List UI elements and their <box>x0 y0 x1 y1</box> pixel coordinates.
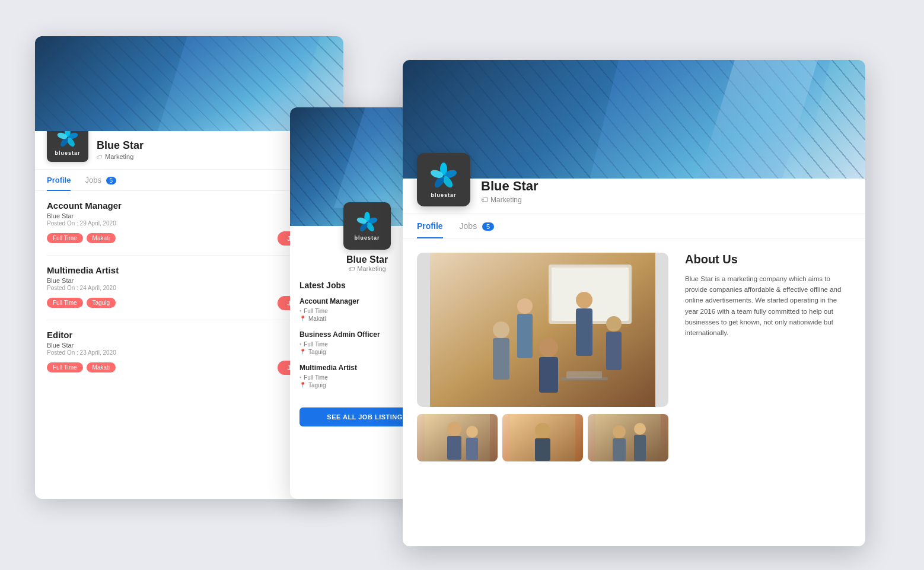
jobs-count-badge-front: 5 <box>482 222 494 231</box>
svg-rect-25 <box>539 357 558 393</box>
team-photo-svg <box>417 253 668 407</box>
svg-rect-44 <box>634 435 646 461</box>
mid-logo-box: bluestar <box>343 202 391 250</box>
job-company-3: Blue Star <box>47 342 332 349</box>
front-profile-body: About Us Blue Star is a marketing compan… <box>403 238 865 476</box>
tab-profile-back[interactable]: Profile <box>47 170 71 190</box>
tag-fulltime-2: Full Time <box>47 298 83 308</box>
pin-icon-2: 📍 <box>299 349 306 355</box>
pin-icon-3: 📍 <box>299 382 306 388</box>
profile-right-section: About Us Blue Star is a marketing compan… <box>685 253 851 461</box>
job-title-3: Editor <box>47 330 332 340</box>
svg-point-20 <box>576 292 592 308</box>
job-footer-3: Full Time Makati Job Details <box>47 361 332 375</box>
front-logo-box: bluestar <box>417 153 470 206</box>
svg-point-28 <box>606 316 622 332</box>
building-icon-1: ▪ <box>299 308 301 314</box>
svg-point-41 <box>613 425 626 438</box>
photo-gallery <box>417 414 668 461</box>
tag-location-3: Makati <box>87 362 116 372</box>
svg-point-38 <box>535 423 550 438</box>
job-title-1: Account Manager <box>47 200 332 211</box>
profile-left-section <box>417 253 668 461</box>
job-footer-2: Full Time Taguig Job Details <box>47 296 332 310</box>
tab-jobs-front[interactable]: Jobs 5 <box>460 214 495 238</box>
svg-point-26 <box>493 321 509 338</box>
mid-tag-icon: 🏷 <box>348 265 355 272</box>
svg-rect-34 <box>447 436 461 460</box>
about-title: About Us <box>685 253 851 266</box>
front-tabs: Profile Jobs 5 <box>403 214 865 238</box>
scene: bluestar Blue Star 🏷 Marketing Profile J… <box>23 24 901 546</box>
job-posted-2: Posted On : 24 April, 2020 <box>47 285 332 291</box>
pin-icon-1: 📍 <box>299 316 306 321</box>
tag-icon: 🏷 <box>97 154 103 160</box>
job-tags-3: Full Time Makati <box>47 362 116 372</box>
job-tags-1: Full Time Makati <box>47 233 116 243</box>
svg-rect-21 <box>576 308 592 356</box>
job-title-2: Multimedia Artist <box>47 265 332 275</box>
job-item-3: Editor Blue Star Posted On : 23 April, 2… <box>47 320 332 384</box>
tag-location-2: Taguig <box>87 298 116 308</box>
svg-point-22 <box>517 298 533 314</box>
back-logo-text: bluestar <box>55 150 80 156</box>
gallery-thumb-3 <box>588 414 668 461</box>
svg-rect-31 <box>566 371 602 378</box>
svg-rect-40 <box>595 414 661 461</box>
building-icon-2: ▪ <box>299 341 301 347</box>
back-company-info: Blue Star 🏷 Marketing <box>97 139 144 160</box>
front-company-category: 🏷 Marketing <box>481 196 539 204</box>
svg-rect-27 <box>493 338 509 380</box>
front-logo-text: bluestar <box>431 192 456 198</box>
front-cover-image <box>403 60 865 179</box>
front-tag-icon: 🏷 <box>481 196 488 204</box>
jobs-count-badge-back: 5 <box>106 177 117 184</box>
svg-rect-23 <box>517 314 533 358</box>
tab-jobs-back[interactable]: Jobs 5 <box>85 170 116 190</box>
gallery-thumb-1 <box>417 414 498 461</box>
front-company-info: Blue Star 🏷 Marketing <box>481 179 539 206</box>
svg-point-24 <box>539 338 558 357</box>
about-text: Blue Star is a marketing company which a… <box>685 273 851 339</box>
tag-fulltime-3: Full Time <box>47 362 83 372</box>
building-icon-3: ▪ <box>299 374 301 380</box>
tab-profile-front[interactable]: Profile <box>417 214 443 238</box>
svg-rect-39 <box>535 438 550 461</box>
svg-rect-42 <box>613 438 626 461</box>
job-company-1: Blue Star <box>47 212 332 219</box>
job-posted-1: Posted On : 29 April, 2020 <box>47 220 332 227</box>
job-company-2: Blue Star <box>47 277 332 284</box>
job-tags-2: Full Time Taguig <box>47 298 116 308</box>
svg-point-35 <box>466 426 478 438</box>
front-card: bluestar Blue Star 🏷 Marketing Profile J… <box>403 60 865 546</box>
mid-bluestar-logo-icon <box>356 211 378 234</box>
job-footer-1: Full Time Makati Job Details <box>47 231 332 246</box>
job-posted-3: Posted On : 23 April, 2020 <box>47 349 332 356</box>
main-photo <box>417 253 668 407</box>
front-header-row: bluestar Blue Star 🏷 Marketing <box>403 179 865 214</box>
tag-fulltime-1: Full Time <box>47 233 83 243</box>
svg-point-43 <box>634 423 646 435</box>
job-item-1: Account Manager Blue Star Posted On : 29… <box>47 191 332 256</box>
mid-logo-text: bluestar <box>354 235 380 241</box>
front-bluestar-logo-icon <box>429 161 458 191</box>
back-company-name: Blue Star <box>97 139 144 152</box>
job-item-2: Multimedia Artist Blue Star Posted On : … <box>47 256 332 320</box>
tag-location-1: Makati <box>87 233 116 243</box>
back-company-category: 🏷 Marketing <box>97 153 144 160</box>
svg-point-33 <box>447 422 461 436</box>
svg-rect-29 <box>606 332 622 370</box>
svg-rect-36 <box>466 438 478 460</box>
gallery-thumb-2 <box>502 414 583 461</box>
front-company-name: Blue Star <box>481 179 539 194</box>
